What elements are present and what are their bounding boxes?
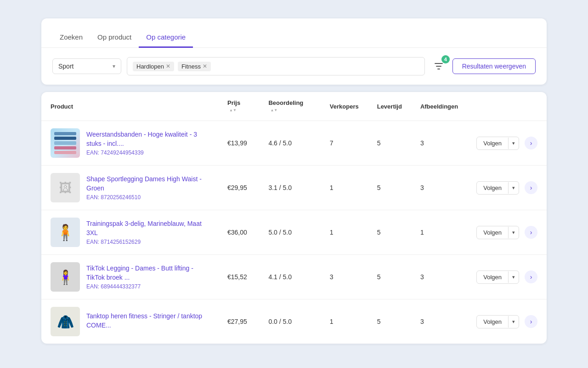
tab-zoeken[interactable]: Zoeken (52, 28, 90, 48)
detail-arrow-button-1[interactable]: › (525, 137, 537, 150)
product-name-4[interactable]: TikTok Legging - Dames - Butt lifting - … (86, 264, 209, 282)
category-dropdown[interactable]: Sport ▾ (52, 58, 121, 74)
col-verkopers: Verkopers (321, 92, 368, 121)
price-cell-4: €15,52 (218, 255, 259, 299)
product-cell-4: 🧍‍♀️ TikTok Legging - Dames - Butt lifti… (41, 255, 218, 299)
images-cell-4: 3 (411, 255, 467, 299)
product-image-2: 🖼 (51, 173, 80, 202)
rating-cell-3: 5.0 / 5.0 (259, 210, 320, 255)
main-container: Zoeken Op product Op categorie Sport ▾ H… (41, 18, 547, 344)
price-cell-5: €27,95 (218, 299, 259, 344)
detail-arrow-button-2[interactable]: › (525, 181, 537, 194)
products-table: Product Prijs ▲▼ Beoordeling ▲▼ Verkoper… (41, 92, 547, 344)
table-row: 🧍 Trainingspak 3-delig, Marineblauw, Maa… (41, 210, 547, 255)
product-info-5: Tanktop heren fitness - Stringer / tankt… (86, 312, 209, 331)
sellers-cell-1: 7 (321, 121, 368, 166)
col-levertijd: Levertijd (368, 92, 411, 121)
action-cell-1: Volgen ▾ › (467, 121, 547, 166)
product-info-2: Shape Sportlegging Dames High Waist - Gr… (86, 175, 209, 201)
delivery-cell-4: 5 (368, 255, 411, 299)
volgen-label-1[interactable]: Volgen (477, 137, 508, 150)
volgen-label-3[interactable]: Volgen (477, 226, 508, 239)
filter-badge: 4 (441, 55, 450, 63)
volgen-chevron-icon-2[interactable]: ▾ (508, 182, 519, 194)
tabs-bar: Zoeken Op product Op categorie (41, 18, 547, 48)
detail-arrow-button-3[interactable]: › (525, 226, 537, 239)
product-name-3[interactable]: Trainingspak 3-delig, Marineblauw, Maat … (86, 219, 209, 237)
tab-op-product[interactable]: Op product (90, 28, 139, 48)
tags-input[interactable]: Hardlopen ✕ Fitness ✕ (127, 57, 425, 75)
rating-cell-1: 4.6 / 5.0 (259, 121, 320, 166)
col-afbeeldingen: Afbeeldingen (411, 92, 467, 121)
sellers-cell-3: 1 (321, 210, 368, 255)
product-cell-5: 🧥 Tanktop heren fitness - Stringer / tan… (41, 299, 218, 344)
tag-fitness-label: Fitness (181, 63, 201, 70)
table-row: 🧍‍♀️ TikTok Legging - Dames - Butt lifti… (41, 255, 547, 299)
product-image-3: 🧍 (51, 218, 80, 247)
chevron-down-icon: ▾ (113, 63, 115, 69)
rating-cell-4: 4.1 / 5.0 (259, 255, 320, 299)
col-product: Product (41, 92, 218, 121)
col-beoordeling[interactable]: Beoordeling ▲▼ (259, 92, 320, 121)
tag-hardlopen-remove[interactable]: ✕ (166, 63, 170, 69)
filter-row: Sport ▾ Hardlopen ✕ Fitness ✕ (41, 48, 547, 85)
product-ean-4: EAN: 6894444332377 (86, 283, 209, 290)
product-image-1 (51, 128, 80, 158)
delivery-cell-2: 5 (368, 166, 411, 210)
volgen-chevron-icon-4[interactable]: ▾ (508, 271, 519, 283)
volgen-label-4[interactable]: Volgen (477, 271, 508, 283)
price-cell-2: €29,95 (218, 166, 259, 210)
rating-cell-5: 0.0 / 5.0 (259, 299, 320, 344)
col-prijs[interactable]: Prijs ▲▼ (218, 92, 259, 121)
product-cell-2: 🖼 Shape Sportlegging Dames High Waist - … (41, 166, 218, 210)
product-ean-3: EAN: 8714256152629 (86, 239, 209, 245)
volgen-label-5[interactable]: Volgen (477, 316, 508, 328)
action-cell-2: Volgen ▾ › (467, 166, 547, 210)
tag-fitness-remove[interactable]: ✕ (203, 63, 207, 69)
table-card: Product Prijs ▲▼ Beoordeling ▲▼ Verkoper… (41, 92, 547, 344)
product-cell-3: 🧍 Trainingspak 3-delig, Marineblauw, Maa… (41, 210, 218, 255)
product-name-1[interactable]: Weerstandsbanden - Hoge kwaliteit - 3 st… (86, 130, 209, 148)
volgen-button-1[interactable]: Volgen ▾ (476, 137, 519, 150)
product-ean-2: EAN: 8720256246510 (86, 194, 209, 201)
product-name-5[interactable]: Tanktop heren fitness - Stringer / tankt… (86, 312, 209, 330)
sellers-cell-4: 3 (321, 255, 368, 299)
delivery-cell-3: 5 (368, 210, 411, 255)
volgen-chevron-icon-3[interactable]: ▾ (508, 227, 519, 238)
volgen-chevron-icon-1[interactable]: ▾ (508, 138, 519, 149)
product-ean-1: EAN: 74249244954339 (86, 150, 209, 156)
volgen-label-2[interactable]: Volgen (477, 182, 508, 194)
sellers-cell-5: 1 (321, 299, 368, 344)
images-cell-5: 3 (411, 299, 467, 344)
delivery-cell-1: 5 (368, 121, 411, 166)
volgen-button-2[interactable]: Volgen ▾ (476, 181, 519, 195)
price-cell-3: €36,00 (218, 210, 259, 255)
col-actions (467, 92, 547, 121)
volgen-button-3[interactable]: Volgen ▾ (476, 226, 519, 239)
results-button[interactable]: Resultaten weergeven (452, 58, 536, 74)
volgen-button-5[interactable]: Volgen ▾ (476, 315, 519, 328)
table-header-row: Product Prijs ▲▼ Beoordeling ▲▼ Verkoper… (41, 92, 547, 121)
table-row: Weerstandsbanden - Hoge kwaliteit - 3 st… (41, 121, 547, 166)
category-label: Sport (58, 63, 74, 70)
detail-arrow-button-5[interactable]: › (525, 315, 537, 328)
volgen-button-4[interactable]: Volgen ▾ (476, 270, 519, 284)
delivery-cell-5: 5 (368, 299, 411, 344)
tab-op-categorie[interactable]: Op categorie (139, 28, 193, 48)
product-image-5: 🧥 (51, 307, 80, 336)
price-cell-1: €13,99 (218, 121, 259, 166)
product-name-2[interactable]: Shape Sportlegging Dames High Waist - Gr… (86, 175, 209, 193)
images-cell-3: 1 (411, 210, 467, 255)
images-cell-1: 3 (411, 121, 467, 166)
table-row: 🧥 Tanktop heren fitness - Stringer / tan… (41, 299, 547, 344)
product-image-4: 🧍‍♀️ (51, 262, 80, 292)
tag-hardlopen-label: Hardlopen (136, 63, 164, 70)
detail-arrow-button-4[interactable]: › (525, 270, 537, 283)
product-info-4: TikTok Legging - Dames - Butt lifting - … (86, 264, 209, 290)
sort-beoordeling-icon: ▲▼ (270, 109, 277, 112)
filter-card: Zoeken Op product Op categorie Sport ▾ H… (41, 18, 547, 85)
volgen-chevron-icon-5[interactable]: ▾ (508, 316, 519, 328)
filter-icon-wrapper[interactable]: 4 (430, 58, 447, 75)
rating-cell-2: 3.1 / 5.0 (259, 166, 320, 210)
sort-prijs-icon: ▲▼ (229, 109, 237, 112)
